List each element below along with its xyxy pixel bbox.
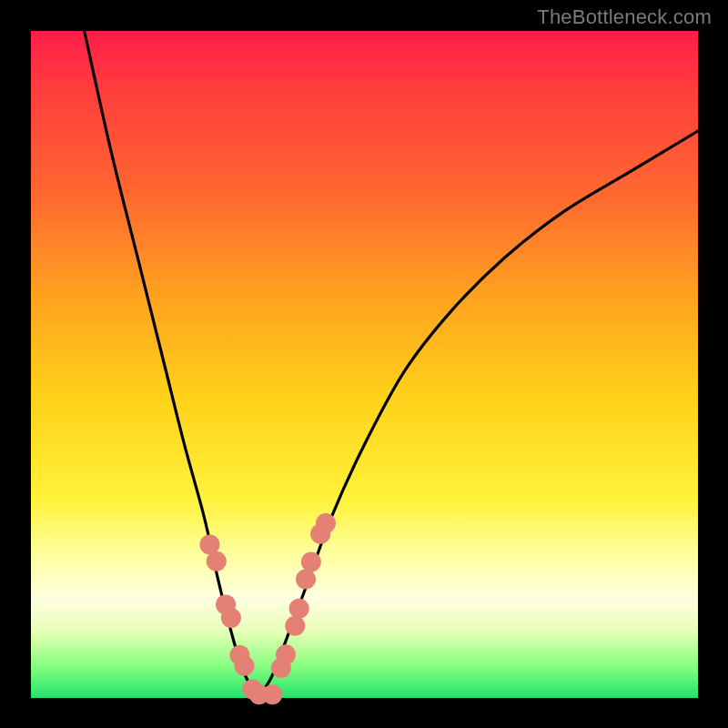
marker-point	[289, 599, 309, 619]
series-group	[85, 31, 698, 698]
marker-group	[199, 513, 336, 704]
watermark-label: TheBottleneck.com	[537, 5, 712, 29]
marker-point	[316, 513, 336, 533]
marker-point	[296, 570, 316, 590]
marker-point	[301, 551, 321, 571]
marker-point	[262, 684, 282, 704]
marker-point	[207, 551, 227, 571]
chart-stage: TheBottleneck.com	[0, 0, 728, 728]
chart-svg	[31, 31, 698, 698]
marker-point	[235, 656, 255, 676]
plot-area	[31, 31, 698, 698]
marker-point	[221, 608, 241, 628]
series-right-branch	[258, 131, 698, 698]
marker-point	[285, 616, 305, 636]
marker-point	[276, 644, 296, 664]
